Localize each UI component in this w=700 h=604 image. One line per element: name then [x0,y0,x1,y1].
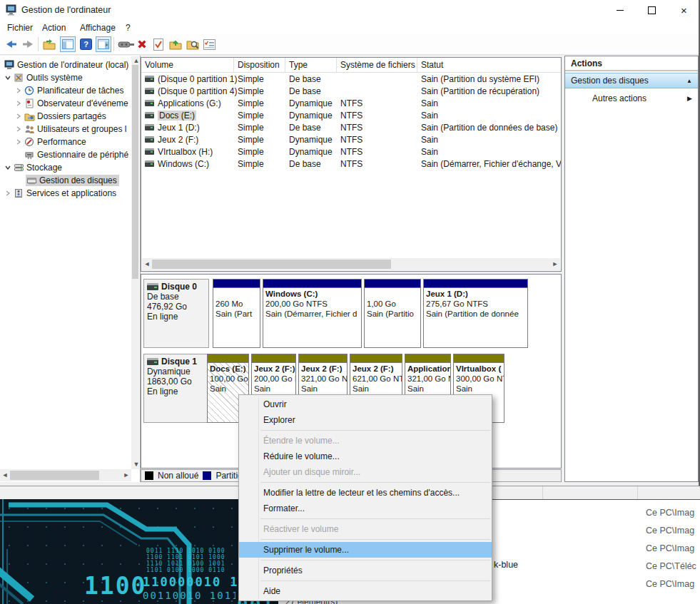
file-location[interactable]: Ce PC\Imag [646,543,694,553]
column-separator [542,486,543,499]
title-bar[interactable]: Gestion de l'ordinateur × [0,0,699,20]
tree-item-gestion-des-disques[interactable]: Gestion des disques [0,174,141,187]
tree-item-gestionnaire-peripheriques[interactable]: Gestionnaire de périphé [0,148,141,161]
disk0-partition-efi[interactable]: 260 MoSain (Part [213,279,260,348]
menu-aide[interactable]: ? [123,21,133,34]
show-console-tree-button[interactable] [60,36,76,52]
collapse-arrow-icon[interactable]: ▲ [686,78,692,84]
disk0-partition-jeux1[interactable]: Jeux 1 (D:)275,67 Go NTFSSain (Partition… [423,279,528,348]
forward-button[interactable] [20,36,36,52]
chevron-collapsed-icon[interactable] [15,100,22,107]
tree-item-performance[interactable]: Performance [0,135,141,148]
chevron-expanded-icon[interactable] [4,74,11,81]
tree-item-services[interactable]: Services et applications [0,187,135,200]
tree-item-outils-systeme[interactable]: Outils système [0,71,135,84]
menu-item-supprimer-le-volume[interactable]: Supprimer le volume... [239,542,492,558]
scroll-left-arrow[interactable]: ◄ [0,472,10,478]
actions-group-disk-management[interactable]: Gestion des disques ▲ [565,73,698,88]
actions-item-autres-actions[interactable]: Autres actions ▶ [565,91,698,106]
delete-volume-button[interactable] [134,36,150,52]
menu-item-reduire-le-volume[interactable]: Réduire le volume... [239,449,492,464]
menu-item-proprietes[interactable]: Propriétés [239,563,492,578]
folder-search-button[interactable] [185,36,201,52]
volume-list-horizontal-scrollbar[interactable]: ◄ ► [142,258,560,270]
disk-size: 1863,00 Go [147,377,206,387]
menu-item-modifier-lettre[interactable]: Modifier la lettre de lecteur et les che… [239,485,492,501]
chevron-expanded-icon[interactable] [4,164,11,171]
toolbar-separator [113,37,114,51]
chevron-collapsed-icon[interactable] [4,190,11,197]
file-location[interactable]: Ce PC\Imag [646,508,694,518]
volume-row[interactable]: (Disque 0 partition 1) Simple De base Sa… [141,73,561,85]
maximize-button[interactable] [636,0,668,20]
remote-device-button[interactable] [117,36,136,52]
chevron-collapsed-icon[interactable] [15,138,22,145]
volume-row[interactable]: VIrtualbox (H:) Simple Dynamique NTFS Sa… [141,145,561,158]
console-tree-icon [62,39,73,49]
validate-document-button[interactable] [151,36,166,52]
scrollbar-thumb[interactable] [10,471,99,480]
menu-item-explorer[interactable]: Explorer [239,412,492,428]
scrollbar-thumb[interactable] [152,260,391,269]
show-action-pane-button[interactable] [96,36,111,52]
scroll-up-arrow[interactable]: ▲ [131,58,141,64]
tree-horizontal-scrollbar[interactable]: ◄ ► [0,469,131,481]
column-header-statut[interactable]: Statut [417,58,561,72]
disk1-label[interactable]: Disque 1 Dynamique 1863,00 Go En ligne [143,354,209,423]
tree-item-stockage[interactable]: Stockage [0,161,135,174]
menu-item-aide[interactable]: Aide [239,583,492,599]
back-button[interactable] [4,36,19,52]
help-button[interactable]: ? [78,36,93,52]
export-list-button[interactable] [41,36,57,52]
tree-item-planificateur[interactable]: Planificateur de tâches [0,84,141,97]
scroll-right-arrow[interactable]: ► [121,472,131,478]
actions-group-label: Gestion des disques [571,76,649,86]
tree-item-observateur[interactable]: Observateur d'événeme [0,97,141,110]
volume-icon [145,148,154,155]
volume-row[interactable]: Jeux 2 (F:) Simple Dynamique NTFS Sain [141,133,561,145]
disk0-label[interactable]: Disque 0 De base 476,92 Go En ligne [143,279,209,348]
volume-row-selected[interactable]: Docs (E:) Simple Dynamique NTFS Sain [141,109,561,121]
column-header-volume[interactable]: Volume [141,58,234,72]
tree-vertical-scrollbar[interactable]: ▲ ▼ [131,56,139,469]
volume-row[interactable]: Windows (C:) Simple De base NTFS Sain (D… [141,158,561,170]
device-manager-icon [24,150,35,160]
file-name-fragment[interactable]: k-blue [494,560,518,570]
legend-unallocated-swatch [145,471,153,480]
partition-color-bar [454,354,504,363]
close-button[interactable]: × [668,0,700,20]
tree-item-dossiers-partages[interactable]: Dossiers partagés [0,110,141,123]
menu-item-ouvrir[interactable]: Ouvrir [239,396,492,412]
volume-row[interactable]: Applications (G:) Simple Dynamique NTFS … [141,97,561,109]
scroll-right-arrow[interactable]: ► [550,261,560,267]
column-header-fs[interactable]: Système de fichiers [337,58,417,72]
scroll-left-arrow[interactable]: ◄ [142,261,152,267]
tree-item-utilisateurs[interactable]: Utilisateurs et groupes l [0,123,141,135]
scroll-down-arrow[interactable]: ▼ [131,461,141,468]
file-location[interactable]: Ce PC\Imag [646,526,694,536]
tree-item-root[interactable]: Gestion de l'ordinateur (local) [0,58,135,71]
volume-row[interactable]: (Disque 0 partition 4) Simple De base Sa… [141,85,561,97]
disk0-partition-recovery[interactable]: 1,00 GoSain (Partitio [364,279,421,348]
chevron-collapsed-icon[interactable] [15,87,22,94]
task-list-button[interactable] [201,36,217,52]
file-location[interactable]: Ce PC\Imag [646,579,694,589]
computer-icon [4,60,15,70]
scrollbar-thumb[interactable] [132,65,138,279]
legend-label: Non alloué [158,471,198,481]
disk0-partition-windows[interactable]: Windows (C:)200,00 Go NTFSSain (Démarrer… [263,279,362,348]
menu-action[interactable]: Action [39,21,69,34]
folder-up-button[interactable] [168,36,183,52]
menu-fichier[interactable]: Fichier [4,21,36,34]
column-header-disposition[interactable]: Disposition [234,58,285,72]
chevron-collapsed-icon[interactable] [15,113,22,120]
column-header-type[interactable]: Type [285,58,337,72]
file-location[interactable]: Ce PC\Téléc [646,561,696,571]
task-scheduler-icon [24,86,35,96]
partition-color-bar [213,280,260,288]
chevron-collapsed-icon[interactable] [15,126,22,133]
menu-affichage[interactable]: Affichage [77,21,118,34]
menu-item-formater[interactable]: Formater... [239,501,492,516]
volume-row[interactable]: Jeux 1 (D:) Simple De base NTFS Sain (Pa… [141,121,561,133]
minimize-button[interactable] [604,0,636,20]
